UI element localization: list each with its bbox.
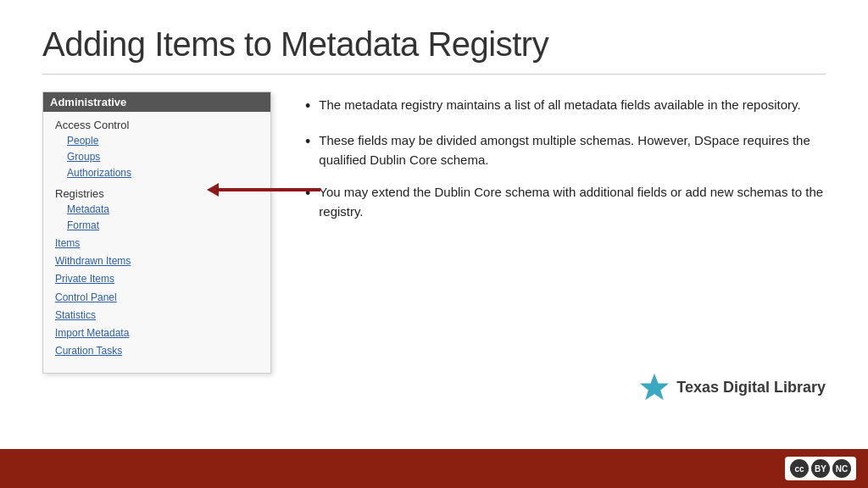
by-icon: BY bbox=[811, 459, 830, 478]
bottom-bar: cc BY NC bbox=[0, 449, 868, 488]
statistics-link[interactable]: Statistics bbox=[55, 308, 259, 324]
bullet-list: The metadata registry maintains a list o… bbox=[305, 96, 826, 221]
title-divider bbox=[42, 74, 826, 75]
import-metadata-link[interactable]: Import Metadata bbox=[55, 325, 259, 341]
tdl-logo: Texas Digital Library bbox=[639, 372, 826, 402]
svg-marker-0 bbox=[640, 374, 669, 401]
people-link[interactable]: People bbox=[67, 133, 259, 149]
groups-link[interactable]: Groups bbox=[67, 149, 259, 165]
arrow-line bbox=[219, 188, 320, 191]
bullet-item-3: You may extend the Dublin Core schema wi… bbox=[305, 183, 826, 221]
metadata-link[interactable]: Metadata bbox=[67, 202, 259, 218]
bullet-item-2: These fields may be divided amongst mult… bbox=[305, 131, 826, 169]
tdl-star-icon bbox=[639, 372, 670, 402]
main-area: Administrative Access Control People Gro… bbox=[42, 92, 826, 374]
slide-title: Adding Items to Metadata Registry bbox=[42, 25, 826, 64]
admin-panel-wrapper: Administrative Access Control People Gro… bbox=[42, 92, 271, 374]
access-control-label: Access Control bbox=[55, 119, 259, 131]
private-items-link[interactable]: Private Items bbox=[55, 271, 259, 287]
items-link[interactable]: Items bbox=[55, 236, 259, 252]
bullet-content: The metadata registry maintains a list o… bbox=[305, 92, 826, 235]
cc-icon: cc bbox=[790, 459, 809, 478]
bullet-item-1: The metadata registry maintains a list o… bbox=[305, 96, 826, 118]
cc-badge: cc BY NC bbox=[785, 457, 856, 480]
metadata-arrow bbox=[208, 183, 320, 197]
nc-icon: NC bbox=[832, 459, 851, 478]
control-panel-link[interactable]: Control Panel bbox=[55, 290, 259, 306]
curation-tasks-link[interactable]: Curation Tasks bbox=[55, 343, 259, 359]
authorizations-link[interactable]: Authorizations bbox=[67, 165, 259, 181]
format-link[interactable]: Format bbox=[67, 218, 259, 234]
slide-content: Adding Items to Metadata Registry Admini… bbox=[0, 0, 868, 449]
tdl-text: Texas Digital Library bbox=[676, 379, 826, 396]
admin-panel: Administrative Access Control People Gro… bbox=[42, 92, 271, 374]
withdrawn-items-link[interactable]: Withdrawn Items bbox=[55, 253, 259, 269]
admin-panel-header: Administrative bbox=[43, 92, 270, 112]
arrow-head bbox=[207, 183, 219, 197]
